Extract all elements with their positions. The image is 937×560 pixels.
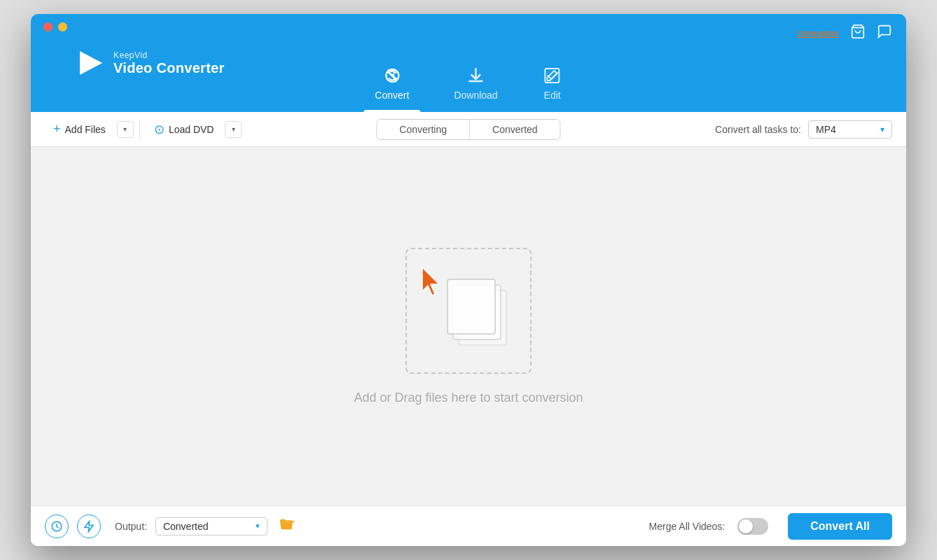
output-label: Output:	[115, 521, 147, 532]
add-files-label: Add Files	[65, 124, 106, 135]
brand-name-small: KeepVid	[113, 50, 225, 60]
convert-all-tasks-label: Convert all tasks to:	[715, 124, 801, 135]
minimize-button[interactable]	[58, 22, 67, 31]
svg-marker-4	[422, 267, 439, 295]
output-value: Converted	[163, 521, 209, 532]
schedule-icon-button[interactable]	[45, 514, 69, 538]
convert-icon	[382, 66, 402, 85]
load-dvd-label: Load DVD	[169, 124, 214, 135]
tab-converted[interactable]: Converted	[470, 120, 560, 139]
cursor-icon	[419, 266, 445, 297]
header-nav: Convert Download Edit	[352, 57, 584, 112]
plus-icon: +	[53, 122, 61, 136]
titlebar: KeepVid Video Converter Convert	[31, 14, 906, 112]
open-folder-icon[interactable]	[279, 518, 294, 534]
format-select[interactable]: MP4 ▾	[808, 120, 892, 139]
brand-text: KeepVid Video Converter	[113, 50, 225, 76]
nav-tab-download[interactable]: Download	[431, 57, 520, 112]
brand-logo-area: KeepVid Video Converter	[73, 47, 225, 79]
unregister-link[interactable]: Unregister	[797, 28, 839, 38]
dvd-icon: ⊙	[154, 122, 165, 137]
format-dropdown-arrow-icon: ▾	[880, 125, 884, 134]
nav-tab-convert-label: Convert	[375, 90, 409, 101]
brand-name-large: Video Converter	[113, 60, 225, 76]
clock-icon	[50, 520, 63, 533]
nav-tab-convert[interactable]: Convert	[352, 57, 431, 112]
load-dvd-button[interactable]: ⊙ Load DVD	[146, 118, 223, 141]
nav-tab-edit[interactable]: Edit	[520, 57, 585, 112]
nav-tab-edit-label: Edit	[544, 90, 561, 101]
message-icon[interactable]	[877, 24, 892, 42]
nav-tab-download-label: Download	[454, 90, 497, 101]
toolbar-left: + Add Files ▾ ⊙ Load DVD ▾	[45, 118, 242, 141]
play-logo-icon	[73, 47, 105, 79]
output-folder-select[interactable]: Converted ▾	[155, 517, 268, 536]
toolbar: + Add Files ▾ ⊙ Load DVD ▾ Converting Co…	[31, 112, 906, 147]
drop-zone[interactable]	[405, 248, 532, 374]
add-files-button[interactable]: + Add Files	[45, 118, 114, 141]
merge-all-videos-label: Merge All Videos:	[649, 521, 726, 532]
toolbar-right: Convert all tasks to: MP4 ▾	[715, 120, 892, 139]
drop-area[interactable]: Add or Drag files here to start conversi…	[354, 248, 583, 405]
convert-tab-group: Converting Converted	[376, 119, 560, 140]
speed-icon-button[interactable]	[77, 514, 101, 538]
edit-icon	[543, 66, 562, 85]
format-value: MP4	[816, 124, 836, 135]
output-dropdown-arrow-icon: ▾	[256, 522, 260, 531]
main-content[interactable]: Add or Drag files here to start conversi…	[31, 147, 906, 505]
convert-all-button[interactable]: Convert All	[788, 513, 892, 540]
tab-converting[interactable]: Converting	[377, 120, 470, 139]
window-controls	[43, 22, 67, 31]
merge-toggle[interactable]	[737, 518, 768, 535]
close-button[interactable]	[43, 22, 53, 31]
drop-hint-text: Add or Drag files here to start conversi…	[354, 391, 583, 405]
toggle-knob	[739, 519, 753, 533]
file-card-front	[447, 279, 496, 335]
bottom-bar: Output: Converted ▾ Merge All Videos: Co…	[31, 505, 906, 546]
header-right: Unregister	[797, 24, 892, 42]
load-dvd-dropdown[interactable]: ▾	[225, 121, 242, 138]
lightning-icon	[83, 520, 95, 533]
toolbar-divider	[139, 120, 140, 139]
stacked-files-icon	[444, 283, 507, 346]
cart-icon[interactable]	[850, 24, 866, 42]
add-files-dropdown[interactable]: ▾	[117, 121, 134, 138]
svg-marker-0	[80, 51, 102, 75]
download-icon	[466, 66, 486, 85]
folder-open-icon	[279, 518, 294, 531]
app-window: KeepVid Video Converter Convert	[31, 14, 906, 546]
